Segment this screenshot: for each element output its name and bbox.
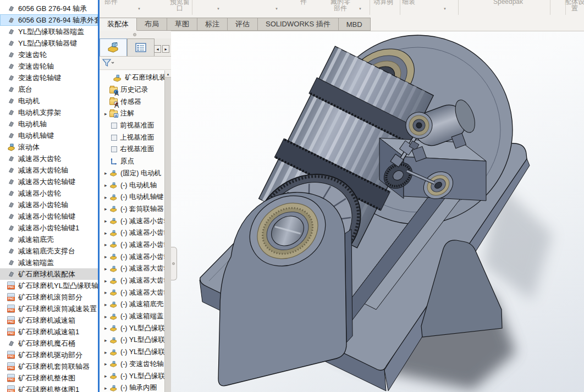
ribbon-command-label[interactable]: 部件	[104, 0, 118, 5]
list-item[interactable]: PNG 变速齿轮	[0, 49, 98, 60]
list-item[interactable]: PNG 矿石球磨机减速箱1	[0, 326, 98, 338]
expand-arrow-icon[interactable]: ▸	[104, 385, 109, 391]
ribbon-command-label[interactable]: 藏的零部件	[330, 0, 350, 12]
list-item[interactable]: PNG 减速器小齿轮	[0, 187, 98, 199]
list-item[interactable]: PNG 减速箱端盖	[0, 257, 98, 268]
tree-scrollbar[interactable]: ▴	[164, 70, 171, 392]
list-item[interactable]: PNG 减速箱底壳	[0, 234, 98, 245]
ribbon-command-label[interactable]: 件	[300, 0, 307, 5]
list-item[interactable]: PNG 矿石球磨机驱动部分	[0, 349, 98, 361]
tree-item[interactable]: ▸ A (-) 减速器小齿轮	[100, 215, 164, 227]
tree-item[interactable]: ▸ A 注解	[100, 108, 164, 120]
tab-feature-tree[interactable]	[100, 38, 127, 56]
list-item[interactable]: PNG 变速齿轮轴键	[0, 72, 98, 84]
panel-scroll-right-button[interactable]: ▸	[162, 45, 169, 53]
graphics-viewport[interactable]	[171, 31, 584, 392]
ribbon-tab[interactable]: 标注	[197, 18, 228, 31]
expand-arrow-icon[interactable]: ▸	[104, 111, 109, 117]
tree-item[interactable]: ▸ A 矿石磨球机装配体	[100, 72, 164, 84]
list-item[interactable]: PNG 电动机	[0, 95, 98, 107]
tree-item[interactable]: ▸ A (-) 减速器小齿轮	[100, 239, 164, 251]
list-item[interactable]: PNG 减速器小齿轮轴键1	[0, 222, 98, 234]
list-item[interactable]: PNG 矿石球磨机滚筒部分	[0, 291, 98, 303]
expand-arrow-icon[interactable]: ▸	[104, 206, 109, 212]
tree-item[interactable]: ▸ A (-) 减速器大齿轮	[100, 275, 164, 287]
list-item[interactable]: PNG 矿石球磨机减速箱	[0, 314, 98, 326]
expand-arrow-icon[interactable]: ▸	[104, 338, 109, 343]
list-item[interactable]: PNG 电动机轴键	[0, 130, 98, 141]
tree-item[interactable]: ▸ A (-) 减速器大齿轮	[100, 263, 164, 275]
expand-arrow-icon[interactable]: ▸	[104, 230, 109, 236]
expand-arrow-icon[interactable]: ▸	[104, 266, 109, 272]
tree-item[interactable]: ▸ A (-) 电动机轴	[100, 179, 164, 191]
ribbon-tab[interactable]: 装配体	[100, 18, 137, 31]
ribbon-command-label[interactable]: Speedpak	[493, 0, 523, 5]
dropdown-caret-icon[interactable]: ▼	[217, 7, 220, 10]
tree-item[interactable]: ▸ A 原点	[100, 156, 164, 168]
tree-item[interactable]: ▸ A (-) 轴承内圈	[100, 382, 164, 392]
expand-arrow-icon[interactable]: ▸	[104, 302, 109, 307]
tree-item[interactable]: ▸ A (-) 减速器小齿轮	[100, 251, 164, 263]
panel-flyout-handle[interactable]	[171, 247, 177, 280]
expand-arrow-icon[interactable]: ▸	[104, 170, 109, 176]
expand-arrow-icon[interactable]: ▸	[104, 278, 109, 284]
tree-item[interactable]: ▸ A (-) YL型凸缘联轴器	[100, 322, 164, 334]
list-item[interactable]: PNG 减速器小齿轮轴	[0, 199, 98, 211]
list-item[interactable]: PNG 电动机轴	[0, 118, 98, 130]
tree-item[interactable]: ▸ A (-) 套筒联轴器	[100, 203, 164, 216]
expand-arrow-icon[interactable]: ▸	[104, 361, 109, 367]
tree-item[interactable]: ▸ A (-) 减速箱底壳	[100, 299, 164, 311]
list-item[interactable]: PNG 减速器大齿轮	[0, 153, 98, 164]
panel-scroll-left-button[interactable]: ◂	[154, 45, 161, 53]
tree-item[interactable]: ▸ A (-) YL型凸缘联轴器	[100, 346, 164, 358]
list-item[interactable]: PNG 矿石球磨机YL型凸缘联轴器	[0, 280, 98, 291]
tree-item[interactable]: ▸ A (-) YL型凸缘联轴器	[100, 334, 164, 346]
ribbon-tab[interactable]: 评估	[228, 18, 258, 31]
tree-item[interactable]: ▸ A (-) 变速齿轮轴	[100, 358, 164, 371]
panel-splitter-strip[interactable]	[100, 31, 171, 38]
tree-item[interactable]: ▸ A (-) 电动机轴键	[100, 191, 164, 203]
dropdown-caret-icon[interactable]: ▼	[359, 7, 362, 10]
expand-arrow-icon[interactable]: ▸	[104, 350, 109, 355]
expand-arrow-icon[interactable]: ▸	[104, 314, 109, 319]
tree-item[interactable]: ▸ A (-) 减速箱端盖	[100, 311, 164, 323]
list-item[interactable]: PNG 6056 GB 276-94 轴承	[0, 3, 98, 14]
tree-item[interactable]: ▸ A (固定) 电动机	[100, 168, 164, 180]
list-item[interactable]: PNG YL型凸缘联轴器键	[0, 37, 98, 49]
list-item[interactable]: PNG 减速器大齿轮轴	[0, 164, 98, 176]
ribbon-command-label[interactable]: 细装	[402, 0, 415, 5]
ribbon-tab[interactable]: 草图	[167, 18, 197, 31]
expand-arrow-icon[interactable]: ▸	[104, 183, 109, 188]
list-item[interactable]: PNG 矿石球磨机整体图1	[0, 384, 98, 392]
filter-funnel-icon[interactable]	[102, 58, 115, 68]
list-item[interactable]: PNG 矿石磨球机装配体	[0, 268, 98, 280]
dropdown-caret-icon[interactable]: ▼	[275, 7, 278, 10]
expand-arrow-icon[interactable]: ▸	[104, 373, 109, 379]
tree-item[interactable]: ▸ A 传感器	[100, 96, 164, 108]
list-item[interactable]: PNG 矿石球磨机套筒联轴器	[0, 361, 98, 372]
expand-arrow-icon[interactable]: ▸	[104, 218, 109, 224]
scroll-up-icon[interactable]: ▴	[165, 70, 171, 78]
expand-arrow-icon[interactable]: ▸	[104, 325, 109, 331]
ribbon-command-label[interactable]: 预览窗口	[170, 0, 190, 12]
ribbon-command-label[interactable]: 动算例	[373, 0, 393, 5]
list-item[interactable]: PNG 底台	[0, 84, 98, 95]
list-item[interactable]: PNG 减速箱底壳支撑台	[0, 245, 98, 257]
list-item[interactable]: PNG 矿石球磨机魔石桶	[0, 338, 98, 349]
tree-item[interactable]: ▸ A (-) YL型凸缘联轴器	[100, 370, 164, 382]
dropdown-caret-icon[interactable]: ▼	[137, 7, 141, 10]
list-item[interactable]: PNG 变速齿轮轴	[0, 60, 98, 72]
ribbon-tab[interactable]: SOLIDWORKS 插件	[258, 18, 339, 31]
list-item[interactable]: PNG 矿石球磨机滚筒减速装置	[0, 303, 98, 314]
tree-item[interactable]: ▸ A 右视基准面	[100, 143, 164, 156]
list-item[interactable]: PNG 矿石球磨机整体图	[0, 372, 98, 384]
ribbon-tab[interactable]: MBD	[339, 18, 371, 31]
ribbon-command-label[interactable]: 配体设置	[565, 0, 584, 12]
list-item[interactable]: PNG 减速器小齿轮轴键	[0, 211, 98, 222]
dropdown-caret-icon[interactable]: ▼	[443, 7, 447, 10]
tree-item[interactable]: ▸ A (-) 减速器大齿轮	[100, 286, 164, 299]
list-item[interactable]: PNG 滚动体	[0, 141, 98, 153]
list-item[interactable]: PNG 电动机支撑架	[0, 107, 98, 118]
tree-item[interactable]: ▸ A (-) 减速器小齿轮	[100, 227, 164, 239]
list-item[interactable]: PNG YL型凸缘联轴器端盖	[0, 26, 98, 37]
